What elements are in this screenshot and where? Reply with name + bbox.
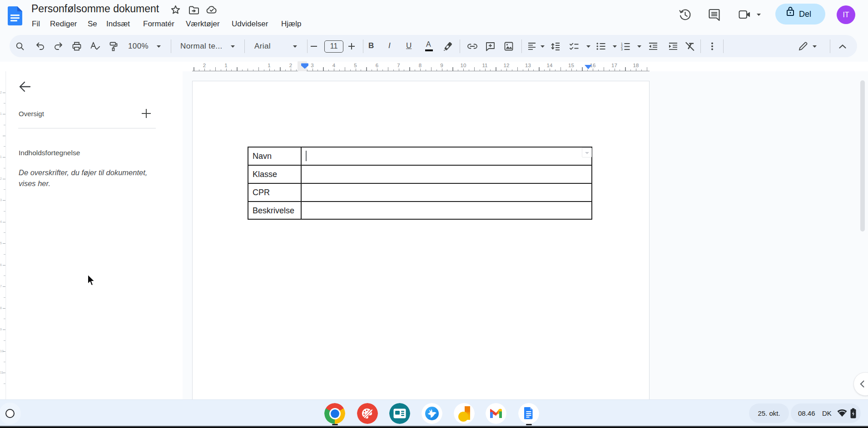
svg-text:3: 3 <box>621 48 623 50</box>
